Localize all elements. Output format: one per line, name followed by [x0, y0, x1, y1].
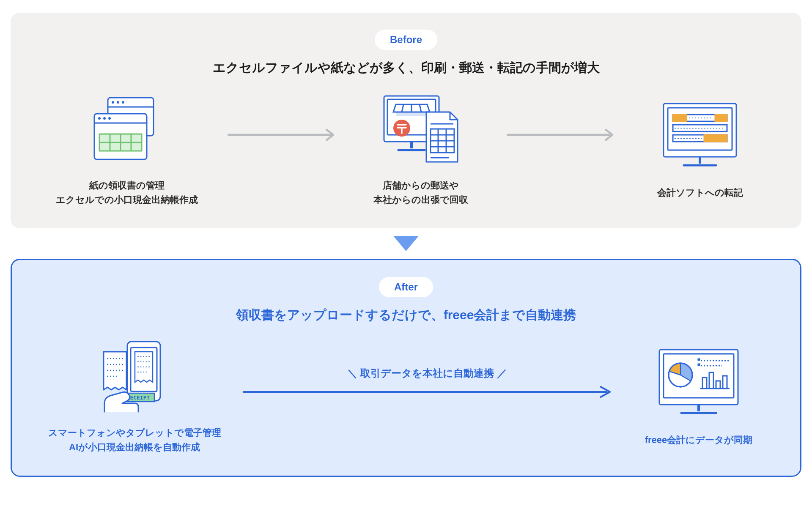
before-step-3-caption: 会計ソフトへの転記	[657, 186, 743, 200]
before-row: 紙の領収書の管理 エクセルでの小口現金出納帳作成	[36, 92, 776, 207]
svg-point-4	[122, 101, 124, 104]
after-arrow-label: ＼ 取引データを本社に自動連携 ／	[240, 367, 614, 380]
svg-rect-22	[396, 112, 427, 116]
svg-point-9	[108, 117, 111, 120]
before-step-2: 店舗からの郵送や 本社からの出張で回収	[345, 92, 497, 207]
svg-rect-80	[723, 376, 727, 389]
svg-rect-83	[698, 359, 700, 360]
before-title: エクセルファイルや紙などが多く、印刷・郵送・転記の手間が増大	[36, 59, 776, 77]
before-arrow-1	[226, 129, 336, 170]
before-step-3: 会計ソフトへの転記	[624, 99, 776, 200]
after-row: RECEIPT スマートフォンやタブレットで電子管理 AIが小口現金出納帳を自動…	[37, 339, 775, 454]
after-step-1-caption: スマートフォンやタブレットで電子管理 AIが小口現金出納帳を自動作成	[48, 426, 221, 454]
svg-point-7	[98, 117, 101, 120]
after-panel: After 領収書をアップロードするだけで、freee会計まで自動連携	[11, 259, 801, 477]
svg-point-2	[112, 101, 114, 104]
after-title: 領収書をアップロードするだけで、freee会計まで自動連携	[37, 307, 775, 324]
after-step-2: freee会計にデータが同期	[623, 346, 775, 447]
before-arrow-2	[505, 129, 615, 170]
before-step-1: 紙の領収書の管理 エクセルでの小口現金出納帳作成	[36, 92, 218, 207]
dashboard-monitor-icon	[654, 346, 743, 420]
before-badge: Before	[375, 30, 437, 50]
mail-monitor-icon	[376, 92, 465, 166]
phone-receipt-icon: RECEIPT	[94, 339, 175, 413]
after-step-1: RECEIPT スマートフォンやタブレットで電子管理 AIが小口現金出納帳を自動…	[37, 339, 232, 454]
svg-rect-77	[702, 378, 707, 389]
svg-point-3	[117, 101, 119, 104]
svg-rect-79	[716, 381, 720, 389]
accounting-monitor-icon	[658, 99, 742, 173]
svg-point-8	[103, 117, 106, 120]
svg-rect-46	[673, 115, 686, 121]
svg-rect-78	[709, 372, 713, 389]
before-step-2-caption: 店舗からの郵送や 本社からの出張で回収	[373, 178, 468, 207]
svg-rect-47	[715, 115, 727, 121]
after-arrow: ＼ 取引データを本社に自動連携 ／	[240, 367, 614, 427]
before-step-1-caption: 紙の領収書の管理 エクセルでの小口現金出納帳作成	[56, 178, 198, 207]
svg-marker-52	[393, 236, 419, 251]
after-step-2-caption: freee会計にデータが同期	[645, 433, 753, 447]
before-panel: Before エクセルファイルや紙などが多く、印刷・郵送・転記の手間が増大	[11, 13, 801, 228]
spreadsheet-icon	[91, 92, 163, 166]
down-triangle-icon	[393, 236, 419, 251]
svg-rect-48	[704, 135, 727, 142]
svg-rect-84	[698, 364, 700, 365]
after-badge: After	[379, 277, 433, 297]
